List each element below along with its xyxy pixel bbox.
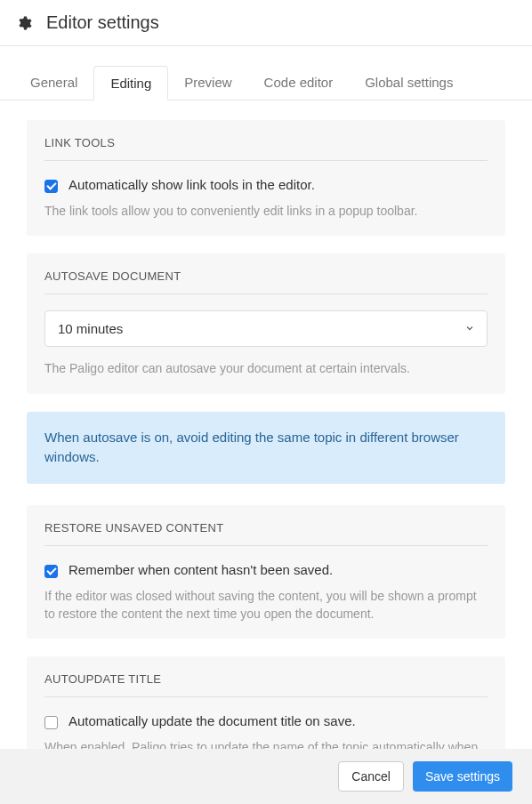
- page-title: Editor settings: [46, 12, 159, 33]
- option-help: The Paligo editor can autosave your docu…: [44, 359, 488, 377]
- option-label: Automatically show link tools in the edi…: [69, 177, 315, 192]
- save-button[interactable]: Save settings: [413, 761, 512, 792]
- settings-content: LINK TOOLS Automatically show link tools…: [0, 100, 532, 758]
- option-row: Automatically update the document title …: [44, 713, 488, 729]
- panel-title: LINK TOOLS: [44, 136, 488, 161]
- dialog-header: Editor settings: [0, 0, 532, 46]
- autosave-interval-select[interactable]: 10 minutes: [44, 310, 488, 347]
- checkbox-autoupdate[interactable]: [44, 716, 58, 729]
- autosave-info-callout: When autosave is on, avoid editing the s…: [27, 412, 505, 484]
- autosave-select-wrap: 10 minutes: [44, 310, 488, 347]
- panel-link-tools: LINK TOOLS Automatically show link tools…: [27, 120, 505, 236]
- dialog-footer: Cancel Save settings: [0, 749, 532, 804]
- panel-title: AUTOUPDATE TITLE: [44, 672, 488, 697]
- checkbox-restore[interactable]: [44, 565, 58, 578]
- panel-title: RESTORE UNSAVED CONTENT: [44, 521, 488, 546]
- panel-restore: RESTORE UNSAVED CONTENT Remember when co…: [27, 505, 505, 639]
- panel-autosave: AUTOSAVE DOCUMENT 10 minutes The Paligo …: [27, 253, 505, 393]
- option-label: Automatically update the document title …: [69, 713, 356, 728]
- option-label: Remember when content hasn't been saved.: [69, 562, 333, 577]
- cancel-button[interactable]: Cancel: [338, 761, 404, 792]
- tab-general[interactable]: General: [14, 66, 93, 100]
- option-row: Automatically show link tools in the edi…: [44, 177, 488, 193]
- gear-icon: [16, 15, 32, 31]
- option-help: The link tools allow you to conveniently…: [44, 202, 488, 220]
- tab-global-settings[interactable]: Global settings: [349, 66, 469, 100]
- tab-preview[interactable]: Preview: [168, 66, 247, 100]
- tab-editing[interactable]: Editing: [93, 66, 168, 100]
- tab-code-editor[interactable]: Code editor: [248, 66, 350, 100]
- panel-autoupdate-title: AUTOUPDATE TITLE Automatically update th…: [27, 656, 505, 758]
- scroll-area[interactable]: General Editing Preview Code editor Glob…: [0, 46, 532, 758]
- checkbox-link-tools[interactable]: [44, 180, 58, 193]
- option-help: If the editor was closed without saving …: [44, 587, 488, 623]
- panel-title: AUTOSAVE DOCUMENT: [44, 269, 488, 294]
- tabs-bar: General Editing Preview Code editor Glob…: [0, 66, 532, 100]
- option-row: Remember when content hasn't been saved.: [44, 562, 488, 578]
